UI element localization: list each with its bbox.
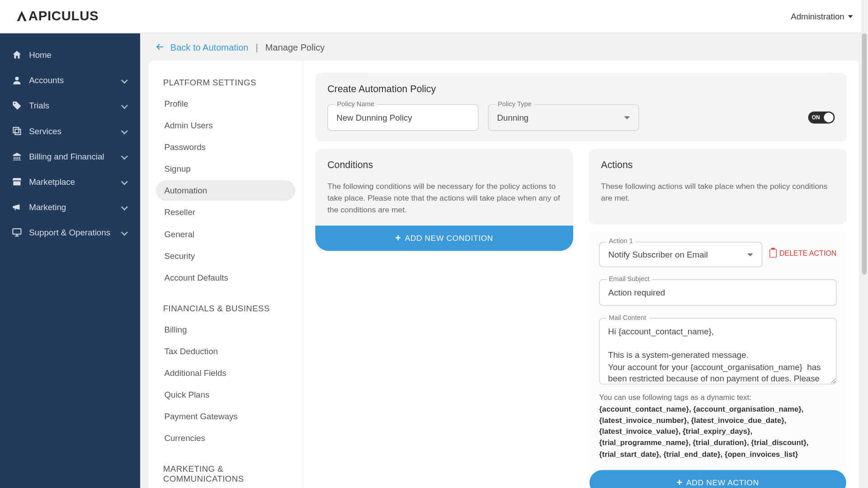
settings-item-quick-plans[interactable]: Quick Plans: [156, 385, 296, 405]
dynamic-tags-help: You can use following tags as a dynamic …: [590, 386, 846, 470]
person-icon: [11, 75, 23, 86]
chevron-down-icon: [121, 127, 128, 134]
arrow-left-icon: [155, 42, 165, 52]
svg-rect-2: [13, 127, 19, 133]
settings-item-general[interactable]: General: [156, 224, 296, 244]
svg-point-0: [15, 77, 19, 80]
action-1-label: Action 1: [606, 237, 635, 244]
action-type-select[interactable]: Notify Subscriber on Email: [599, 242, 762, 267]
settings-item-signup[interactable]: Signup: [156, 159, 296, 179]
conditions-card: Conditions The following conditions will…: [315, 149, 573, 251]
tag-icon: [11, 100, 23, 111]
chevron-down-icon: [121, 229, 128, 236]
scrollbar[interactable]: [861, 0, 867, 488]
nav-support-operations[interactable]: Support & Operations: [0, 220, 140, 245]
plus-icon: +: [677, 477, 683, 488]
conditions-title: Conditions: [327, 160, 561, 171]
policy-type-label: Policy Type: [495, 100, 534, 108]
settings-item-profile[interactable]: Profile: [156, 94, 296, 114]
section-title-marketing: MARKETING & COMMUNICATIONS: [156, 460, 296, 488]
chevron-down-icon: [121, 77, 128, 84]
policy-type-select[interactable]: Dunning: [488, 104, 639, 131]
nav-services[interactable]: Services: [0, 118, 140, 144]
actions-card: Actions These following actions will tak…: [589, 149, 847, 225]
main-panel: PLATFORM SETTINGS Profile Admin Users Pa…: [149, 61, 859, 488]
mail-content-label: Mail Content: [606, 314, 648, 321]
email-subject-label: Email Subject: [606, 275, 652, 282]
settings-item-passwords[interactable]: Passwords: [156, 137, 296, 157]
breadcrumb: Back to Automation | Manage Policy: [140, 33, 868, 61]
actions-help: These following actions will take place …: [601, 180, 835, 204]
settings-item-payment-gateways[interactable]: Payment Gateways: [156, 406, 296, 427]
section-title-platform: PLATFORM SETTINGS: [156, 73, 296, 93]
nav-marketing[interactable]: Marketing: [0, 194, 140, 220]
nav-trials[interactable]: Trials: [0, 93, 140, 118]
trash-icon: [769, 249, 777, 258]
content-area: Back to Automation | Manage Policy PLATF…: [140, 33, 868, 488]
nav-marketplace[interactable]: Marketplace: [0, 169, 140, 194]
add-action-button[interactable]: + ADD NEW ACTION: [590, 470, 846, 488]
nav-accounts[interactable]: Accounts: [0, 68, 140, 93]
main-form-area: Create Automation Policy Policy Name Pol…: [303, 61, 859, 488]
caret-down-icon: [624, 116, 630, 119]
settings-item-tax-deduction[interactable]: Tax Deduction: [156, 341, 296, 361]
create-policy-card: Create Automation Policy Policy Name Pol…: [315, 73, 847, 142]
settings-item-additional-fields[interactable]: Additional Fields: [156, 363, 296, 383]
actions-title: Actions: [601, 160, 835, 171]
app-header: APICULUS Administration: [0, 0, 867, 33]
svg-rect-3: [15, 129, 20, 135]
settings-sidebar: PLATFORM SETTINGS Profile Admin Users Pa…: [149, 61, 303, 488]
add-condition-button[interactable]: + ADD NEW CONDITION: [315, 225, 573, 251]
settings-item-currencies[interactable]: Currencies: [156, 428, 296, 448]
chevron-down-icon: [121, 153, 128, 160]
svg-point-1: [14, 103, 15, 104]
conditions-help: The following conditions will be necessa…: [327, 180, 561, 216]
nav-home[interactable]: Home: [0, 42, 140, 68]
create-policy-title: Create Automation Policy: [327, 84, 835, 95]
settings-item-automation[interactable]: Automation: [156, 180, 296, 201]
caret-down-icon: [848, 15, 853, 18]
bank-icon: [11, 151, 23, 162]
chevron-down-icon: [121, 102, 128, 109]
section-title-financials: FINANCIALS & BUSINESS: [156, 299, 296, 318]
megaphone-icon: [11, 202, 23, 212]
delete-action-button[interactable]: DELETE ACTION: [769, 249, 836, 258]
svg-rect-4: [13, 229, 21, 234]
store-icon: [11, 176, 23, 187]
main-sidebar: Home Accounts Trials Services Billing an…: [0, 33, 140, 488]
settings-item-admin-users[interactable]: Admin Users: [156, 115, 296, 136]
settings-item-billing[interactable]: Billing: [156, 319, 296, 340]
action-1-card: Action 1 Notify Subscriber on Email DELE…: [589, 232, 847, 488]
policy-name-field: Policy Name: [327, 104, 478, 131]
breadcrumb-current: Manage Policy: [265, 42, 325, 52]
mail-content-textarea[interactable]: [599, 318, 836, 385]
policy-name-input[interactable]: [327, 104, 478, 131]
plus-icon: +: [395, 233, 401, 244]
settings-item-security[interactable]: Security: [156, 246, 296, 266]
chevron-down-icon: [121, 204, 128, 211]
policy-name-label: Policy Name: [335, 100, 377, 108]
settings-item-reseller[interactable]: Reseller: [156, 202, 296, 223]
settings-item-account-defaults[interactable]: Account Defaults: [156, 267, 296, 288]
scrollbar-thumb[interactable]: [862, 33, 867, 274]
logo: APICULUS: [14, 9, 99, 24]
caret-down-icon: [747, 253, 753, 256]
stack-icon: [11, 126, 23, 136]
email-subject-input[interactable]: [599, 280, 836, 306]
administration-dropdown[interactable]: Administration: [791, 11, 853, 21]
policy-type-field: Policy Type Dunning: [488, 104, 639, 131]
nav-billing-financial[interactable]: Billing and Financial: [0, 144, 140, 169]
breadcrumb-separator: |: [255, 42, 258, 52]
policy-enabled-toggle[interactable]: ON: [808, 112, 835, 124]
back-link[interactable]: Back to Automation: [155, 42, 248, 52]
home-icon: [11, 50, 23, 61]
chevron-down-icon: [121, 178, 128, 185]
monitor-icon: [11, 227, 23, 238]
